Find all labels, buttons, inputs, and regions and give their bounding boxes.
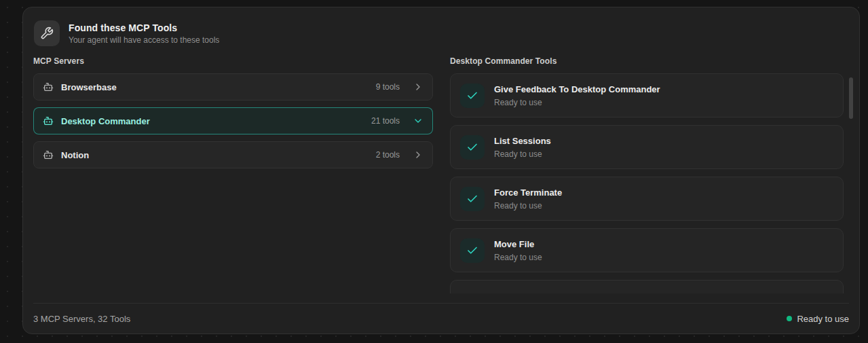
dialog-footer: 3 MCP Servers, 32 Tools Ready to use: [33, 303, 849, 333]
server-row-browserbase[interactable]: Browserbase 9 tools: [33, 73, 433, 101]
check-icon: [460, 84, 485, 108]
status-dot-icon: [787, 316, 792, 321]
tool-card[interactable]: Give Feedback To Desktop Commander Ready…: [450, 73, 844, 118]
dialog-subtitle: Your agent will have access to these too…: [69, 35, 219, 45]
mcp-servers-heading: MCP Servers: [33, 56, 433, 67]
app-background: { "header": { "title": "Found these MCP …: [0, 0, 868, 343]
server-tools-heading: Desktop Commander Tools: [450, 56, 849, 67]
header-text: Found these MCP Tools Your agent will ha…: [69, 22, 219, 45]
dialog-header: Found these MCP Tools Your agent will ha…: [23, 7, 859, 46]
footer-summary: 3 MCP Servers, 32 Tools: [33, 314, 130, 324]
chevron-down-icon: [413, 115, 423, 126]
tool-status: Ready to use: [494, 253, 542, 262]
tool-name: List Sessions: [494, 136, 551, 146]
check-icon: [460, 187, 485, 211]
bot-icon: [43, 149, 54, 160]
scrollbar-thumb[interactable]: [849, 77, 853, 119]
tool-status: Ready to use: [494, 201, 562, 211]
wrench-icon: [34, 20, 60, 46]
mcp-servers-panel: MCP Servers Browserbase 9 tools: [33, 56, 433, 293]
tool-name: Give Feedback To Desktop Commander: [494, 84, 660, 94]
tool-status: Ready to use: [494, 149, 551, 159]
dialog-content: MCP Servers Browserbase 9 tools: [23, 56, 859, 293]
tool-card[interactable]: Force Terminate Ready to use: [450, 177, 844, 221]
check-icon: [460, 238, 485, 263]
server-name: Desktop Commander: [61, 116, 150, 126]
footer-status-label: Ready to use: [797, 314, 849, 324]
check-icon: [460, 135, 485, 160]
server-tools-count: 2 tools: [376, 150, 400, 160]
server-tools-count: 21 tools: [371, 116, 400, 126]
server-row-desktop-commander[interactable]: Desktop Commander 21 tools: [33, 107, 433, 134]
bot-icon: [43, 115, 54, 126]
tool-card-text: Force Terminate Ready to use: [494, 187, 562, 211]
footer-status: Ready to use: [787, 314, 849, 324]
tool-card-text: Move File Ready to use: [494, 239, 542, 262]
tool-status: Ready to use: [494, 98, 660, 107]
dialog-title: Found these MCP Tools: [69, 22, 219, 33]
server-tools-panel: Desktop Commander Tools Give Feedback To…: [450, 56, 849, 293]
server-tools-count: 9 tools: [376, 82, 400, 92]
tools-list: Give Feedback To Desktop Commander Ready…: [450, 73, 844, 293]
chevron-right-icon: [413, 149, 423, 160]
tool-card[interactable]: List Sessions Ready to use: [450, 125, 844, 169]
tool-card-partially-visible[interactable]: [450, 280, 844, 293]
tool-card-text: List Sessions Ready to use: [494, 136, 551, 159]
server-row-notion[interactable]: Notion 2 tools: [33, 141, 433, 168]
mcp-tools-dialog: Found these MCP Tools Your agent will ha…: [22, 7, 860, 334]
server-name: Browserbase: [61, 82, 117, 92]
chevron-right-icon: [413, 82, 423, 92]
server-name: Notion: [61, 150, 89, 160]
bot-icon: [43, 82, 54, 92]
tool-card[interactable]: Move File Ready to use: [450, 228, 844, 272]
tool-name: Force Terminate: [494, 187, 562, 198]
tool-name: Move File: [494, 239, 542, 249]
tool-card-text: Give Feedback To Desktop Commander Ready…: [494, 84, 660, 107]
